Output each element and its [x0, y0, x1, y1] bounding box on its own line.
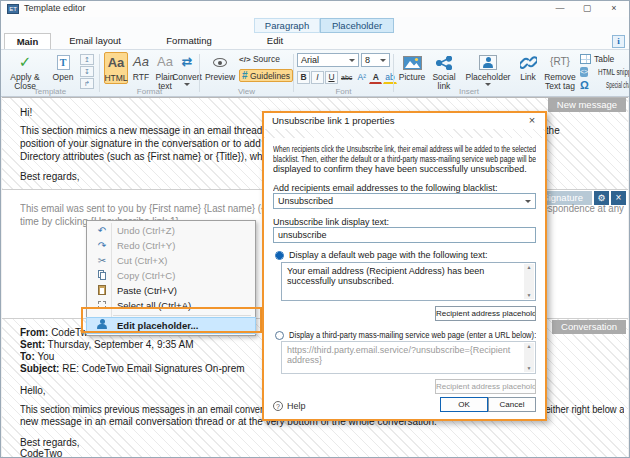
- gear-icon: ⚙: [597, 193, 605, 203]
- save-template-icon: ↥: [84, 56, 90, 63]
- load-template-button[interactable]: ↧: [80, 66, 94, 77]
- minimize-button[interactable]: —: [547, 1, 573, 17]
- help-link[interactable]: ? Help: [273, 401, 306, 411]
- info-button[interactable]: i: [612, 35, 625, 48]
- undo-icon: ↶: [93, 225, 111, 236]
- dialog-close-button[interactable]: ×: [519, 113, 545, 129]
- ribbon: ✓ Apply & Close T Open ↥ ↧ ↱ Template Aa…: [1, 49, 629, 97]
- tab-paragraph[interactable]: Paragraph: [254, 18, 320, 33]
- radio-default-label: Display a default web page with the foll…: [289, 250, 488, 260]
- plain-text-format-button[interactable]: Aa Plain text: [153, 52, 177, 90]
- font-size-value: 8: [365, 55, 370, 65]
- ok-button[interactable]: OK: [440, 397, 488, 412]
- group-insert: Picture Social link Placeholder Link: [394, 50, 629, 96]
- strikethrough-button[interactable]: abc: [339, 71, 354, 84]
- title-bar: ET Template editor — ▢ ×: [1, 1, 629, 17]
- dialog-hatch-strip: [264, 129, 545, 138]
- font-color-button[interactable]: A: [369, 71, 382, 84]
- apply-close-button[interactable]: ✓ Apply & Close: [3, 52, 47, 90]
- menu-item-copy: Copy (Ctrl+C): [87, 268, 255, 283]
- default-page-textarea[interactable]: Your email address (Recipient Address) h…: [281, 262, 536, 301]
- table-button[interactable]: Table: [580, 53, 630, 65]
- group-view: Preview </> Source # Guidelines View: [200, 50, 293, 96]
- radio-thirdparty-label: Display a third-party mass-mailing servi…: [289, 330, 536, 340]
- menu-item-paste[interactable]: Paste (Ctrl+V): [87, 283, 255, 298]
- dialog-title: Unsubscribe link 1 properties: [264, 113, 545, 129]
- source-button[interactable]: </> Source: [239, 54, 280, 64]
- thirdparty-url-text: https://third.party.email.service/?unsub…: [287, 345, 510, 365]
- html-snippet-label: HTML snippet: [598, 67, 630, 77]
- tab-main[interactable]: Main: [4, 33, 51, 49]
- tab-email-layout[interactable]: Email layout: [51, 33, 139, 49]
- menu-item-edit-placeholder[interactable]: Edit placeholder...: [87, 318, 255, 333]
- guidelines-label: Guidelines: [250, 71, 290, 81]
- convert-dropdown-arrow: [184, 83, 190, 86]
- link-button[interactable]: Link: [515, 52, 541, 82]
- scroll-down-icon: ▼: [524, 292, 534, 299]
- bold-button[interactable]: B: [297, 71, 310, 84]
- convert-icon: ⇄: [182, 54, 193, 71]
- menu-item-cut: ✂Cut (Ctrl+X): [87, 253, 255, 268]
- placeholder-button[interactable]: Placeholder: [462, 52, 514, 86]
- social-link-button[interactable]: Social link: [429, 52, 459, 90]
- blacklist-select[interactable]: Unsubscribed: [273, 193, 536, 209]
- remove-text-tag-label: Remove Text tag: [542, 73, 578, 90]
- display-text-label: Unsubscribe link display text:: [273, 217, 389, 227]
- special-character-label: Special character: [606, 80, 630, 90]
- convert-label: Convert: [172, 73, 202, 82]
- preview-label: Preview: [205, 73, 235, 82]
- link-label: Link: [520, 73, 536, 82]
- rtf-format-button[interactable]: Aa RTF: [130, 52, 152, 82]
- omega-icon: Ω: [580, 79, 589, 91]
- new-message-closing: Best regards,: [20, 171, 79, 182]
- radio-thirdparty-page[interactable]: [275, 331, 284, 340]
- radio-default-page[interactable]: [275, 251, 284, 260]
- html-format-button[interactable]: Aa HTML: [104, 52, 128, 84]
- redo-icon: ↷: [93, 240, 111, 251]
- header-subject-label: Subject:: [20, 363, 59, 374]
- close-button[interactable]: ×: [601, 1, 627, 17]
- remove-text-tag-button[interactable]: {RT} Remove Text tag: [542, 52, 578, 90]
- font-size-select[interactable]: 8: [361, 53, 390, 67]
- signature-line-2-prefix: time by clicking: [20, 216, 91, 227]
- convert-button[interactable]: ⇄ Convert: [176, 52, 198, 86]
- font-size-arrow: [380, 59, 386, 62]
- help-label: Help: [287, 401, 306, 411]
- cut-icon: ✂: [93, 255, 111, 266]
- remove-text-tag-icon: {RT}: [550, 54, 570, 71]
- ribbon-tab-strip: Paragraph Placeholder Main Email layout …: [1, 17, 629, 49]
- special-character-button[interactable]: ΩSpecial character: [580, 79, 630, 91]
- html-aa-icon: Aa: [108, 55, 125, 72]
- html-label: HTML: [104, 74, 127, 83]
- menu-item-select-all[interactable]: Select all (Ctrl+A): [87, 298, 255, 313]
- underline-button[interactable]: U: [325, 71, 338, 84]
- preview-button[interactable]: Preview: [204, 52, 236, 82]
- display-text-input[interactable]: [273, 227, 536, 243]
- tab-formatting[interactable]: Formatting: [142, 33, 236, 49]
- open-button[interactable]: T Open: [49, 52, 77, 82]
- tab-edit[interactable]: Edit: [239, 33, 311, 49]
- tab-placeholder[interactable]: Placeholder: [320, 18, 394, 33]
- plain-aa-icon: Aa: [157, 54, 173, 71]
- guidelines-button[interactable]: # Guidelines: [239, 69, 293, 82]
- save-template-button[interactable]: ↥: [80, 54, 94, 65]
- group-label-font: Font: [294, 87, 393, 96]
- conversation-closing-2: CodeTwo: [20, 448, 62, 458]
- recipient-placeholder-button[interactable]: Recipient address placeholder: [435, 306, 536, 321]
- group-label-view: View: [200, 87, 293, 96]
- thirdparty-url-textarea: https://third.party.email.service/?unsub…: [281, 341, 536, 374]
- signature-close-icon: ×: [616, 192, 622, 203]
- html-snippet-button[interactable]: <>HTML snippet: [580, 66, 630, 78]
- superscript-button[interactable]: A²: [355, 71, 368, 84]
- font-family-select[interactable]: Arial: [297, 53, 359, 67]
- maximize-button[interactable]: ▢: [574, 1, 600, 17]
- window-title: Template editor: [24, 3, 86, 13]
- cancel-button[interactable]: Cancel: [488, 397, 536, 412]
- italic-button[interactable]: I: [311, 71, 324, 84]
- placeholder-dropdown-arrow: [485, 83, 491, 86]
- textarea-scrollbar[interactable]: ▲▼: [524, 264, 534, 299]
- table-icon: [580, 54, 591, 64]
- picture-button[interactable]: Picture: [397, 52, 427, 82]
- scroll-up-icon-2: ▲: [527, 343, 532, 349]
- blacklist-arrow: [525, 200, 531, 203]
